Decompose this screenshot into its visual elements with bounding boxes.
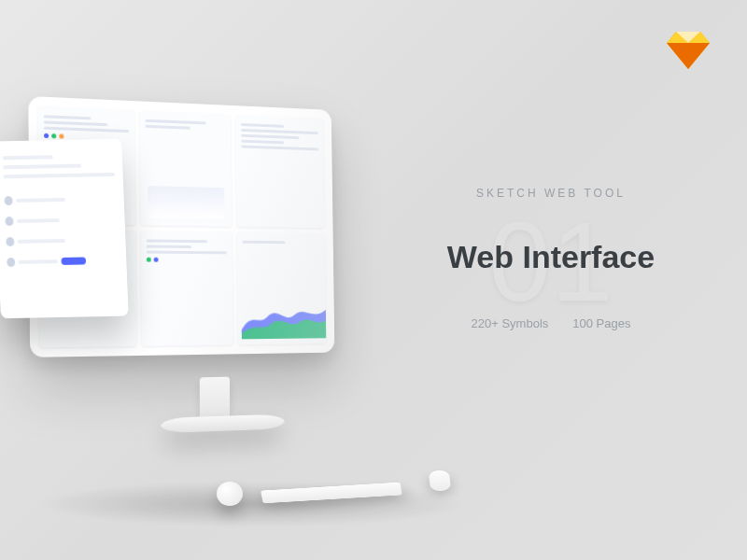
eyebrow-label: SKETCH WEB TOOL [411, 187, 691, 200]
dashboard-panel [139, 110, 232, 226]
svg-marker-5 [688, 43, 710, 69]
monitor-stand [161, 376, 267, 444]
svg-marker-4 [667, 43, 688, 69]
floating-ui-card [0, 139, 129, 318]
area-chart-icon [242, 299, 327, 340]
dial-knob [217, 482, 243, 506]
dashboard-panel-area [237, 232, 326, 345]
page-title: Web Interface [411, 239, 691, 275]
hero-text-block: SKETCH WEB TOOL 01 Web Interface 220+ Sy… [411, 187, 691, 330]
dashboard-panel [140, 231, 233, 346]
dashboard-panel [236, 115, 325, 228]
floor-shadow [37, 482, 467, 526]
sketch-diamond-icon [667, 30, 710, 73]
mouse [429, 470, 451, 492]
